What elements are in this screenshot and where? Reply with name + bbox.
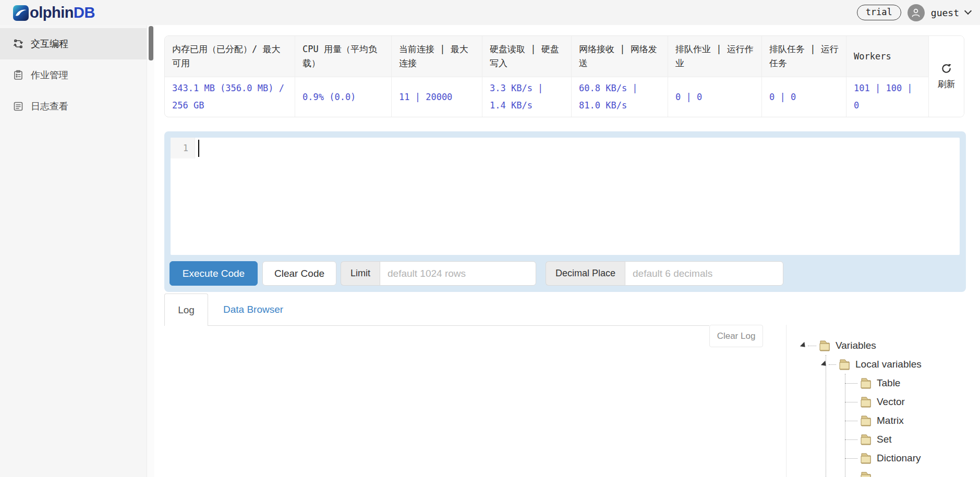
stat-value: 60.8 KB/s | 81.0 KB/s	[572, 77, 668, 117]
tree-node-label: Local variables	[855, 359, 922, 370]
user-avatar[interactable]	[908, 4, 925, 21]
refresh-button[interactable]: 刷新	[929, 36, 964, 117]
stat-value: 0 | 0	[668, 77, 761, 117]
tree-node-label: Variables	[836, 340, 876, 351]
tree-node-variables[interactable]: Variables	[802, 336, 876, 355]
tree-node-vector[interactable]: Vector	[845, 393, 905, 411]
code-editor-panel: 1 Execute Code Clear Code Limit Decimal …	[164, 131, 966, 292]
tree-node-label: Dictionary	[877, 452, 921, 464]
sidebar-scrollbar[interactable]	[147, 25, 154, 477]
sidebar-item-label: 作业管理	[31, 69, 68, 81]
decimal-addon-label: Decimal Place	[546, 261, 625, 286]
stat-col-network-io: 网络接收 | 网络发送 60.8 KB/s | 81.0 KB/s	[572, 36, 668, 117]
tabs-divider	[208, 325, 709, 326]
folder-icon	[860, 433, 872, 446]
person-icon	[911, 7, 921, 18]
stat-value: 11 | 20000	[392, 77, 482, 117]
tab-data-browser[interactable]: Data Browser	[215, 293, 291, 326]
refresh-label: 刷新	[938, 78, 955, 90]
line-number-gutter: 1	[171, 138, 195, 158]
sidebar-item-job-management[interactable]: 作业管理	[0, 59, 147, 91]
trial-badge: trial	[857, 5, 901, 20]
tree-expand-arrow-icon[interactable]	[800, 342, 809, 351]
log-view-icon	[13, 101, 24, 112]
stat-value: 0.9% (0.0)	[295, 77, 391, 117]
stat-header: 内存已用（已分配）/ 最大可用	[165, 36, 295, 77]
interactive-programming-icon	[13, 38, 24, 50]
folder-icon	[860, 377, 872, 389]
tree-expand-arrow-icon[interactable]	[821, 361, 830, 370]
tree-node-local-variables[interactable]: Local variables	[822, 355, 922, 374]
tree-node-label: Matrix	[877, 415, 904, 426]
tree-node-dictionary[interactable]: Dictionary	[845, 449, 921, 468]
folder-icon	[818, 339, 831, 352]
stat-header: 当前连接 | 最大连接	[392, 36, 482, 77]
execute-code-button[interactable]: Execute Code	[170, 261, 258, 286]
stat-header: 硬盘读取 | 硬盘写入	[482, 36, 571, 77]
folder-icon	[860, 414, 872, 427]
tab-log[interactable]: Log	[164, 293, 208, 326]
chevron-down-icon[interactable]	[964, 7, 972, 15]
decimal-input-group: Decimal Place	[546, 261, 783, 286]
tree-node-label: Vector	[877, 396, 905, 408]
decimal-place-input[interactable]	[625, 261, 783, 286]
text-cursor	[198, 140, 199, 157]
sidebar-item-log-view[interactable]: 日志查看	[0, 91, 147, 122]
stat-value: 3.3 KB/s | 1.4 KB/s	[482, 77, 571, 117]
refresh-icon	[940, 63, 952, 75]
tree-node-matrix[interactable]: Matrix	[845, 411, 904, 430]
folder-icon	[860, 396, 872, 408]
dolphin-logo-icon	[13, 4, 30, 21]
tree-node-label: Table	[877, 377, 900, 389]
stat-value: 101 | 100 | 0	[846, 77, 928, 117]
clear-code-button[interactable]: Clear Code	[262, 261, 336, 286]
stat-header: 网络接收 | 网络发送	[572, 36, 668, 77]
folder-icon	[860, 452, 872, 464]
limit-addon-label: Limit	[341, 261, 380, 286]
job-management-icon	[13, 69, 24, 81]
code-editor[interactable]: 1	[171, 138, 960, 255]
dolphindb-logo: olphinDB	[13, 4, 95, 21]
tree-node-label: Set	[877, 434, 892, 445]
limit-input[interactable]	[380, 261, 536, 286]
scrollbar-thumb[interactable]	[149, 26, 153, 60]
stat-header: CPU 用量（平均负载）	[295, 36, 391, 77]
stat-col-jobs: 排队作业 | 运行作业 0 | 0	[668, 36, 762, 117]
sidebar-item-label: 交互编程	[31, 38, 68, 50]
stat-header: 排队任务 | 运行任务	[762, 36, 846, 77]
tree-node-set[interactable]: Set	[845, 430, 892, 449]
folder-icon	[838, 358, 851, 371]
sidebar: 交互编程 作业管理 日志查看 « 收起侧边栏	[0, 25, 147, 477]
clear-log-button[interactable]: Clear Log	[709, 325, 763, 347]
variables-tree: Variables Local variables Table Vector M…	[786, 325, 980, 477]
stat-col-tasks: 排队任务 | 运行任务 0 | 0	[762, 36, 846, 117]
folder-icon	[860, 471, 872, 477]
sidebar-item-label: 日志查看	[31, 100, 68, 113]
stat-col-connections: 当前连接 | 最大连接 11 | 20000	[392, 36, 482, 117]
tree-node-table[interactable]: Table	[845, 374, 900, 393]
limit-input-group: Limit	[341, 261, 536, 286]
tree-node-partial[interactable]	[845, 468, 872, 477]
cluster-stats-table: 内存已用（已分配）/ 最大可用 343.1 MB (356.0 MB) / 25…	[164, 35, 964, 117]
username-label[interactable]: guest	[931, 7, 959, 18]
stat-col-workers: Workers 101 | 100 | 0	[846, 36, 929, 117]
logo-text-db: DB	[74, 4, 95, 21]
stat-value: 343.1 MB (356.0 MB) / 256 GB	[165, 77, 295, 117]
stat-header: Workers	[846, 36, 928, 77]
logo-text-olphin: olphin	[30, 4, 74, 21]
stat-col-memory: 内存已用（已分配）/ 最大可用 343.1 MB (356.0 MB) / 25…	[165, 36, 295, 117]
stat-header: 排队作业 | 运行作业	[668, 36, 761, 77]
stat-col-disk-io: 硬盘读取 | 硬盘写入 3.3 KB/s | 1.4 KB/s	[482, 36, 572, 117]
top-header: olphinDB trial guest	[0, 0, 980, 25]
stat-value: 0 | 0	[762, 77, 846, 117]
stat-col-cpu: CPU 用量（平均负载） 0.9% (0.0)	[295, 36, 392, 117]
editor-toolbar: Execute Code Clear Code Limit Decimal Pl…	[164, 261, 966, 286]
sidebar-item-interactive-programming[interactable]: 交互编程	[0, 28, 147, 59]
